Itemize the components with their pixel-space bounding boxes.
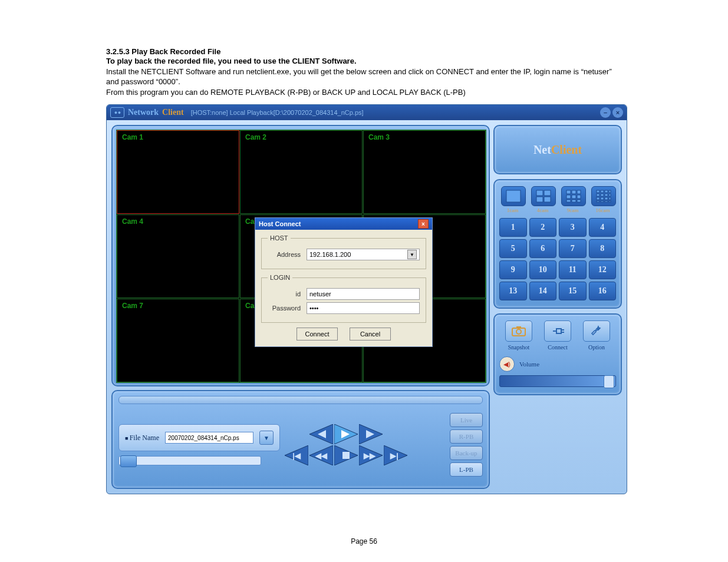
timeline-bar[interactable] <box>118 396 483 404</box>
plug-icon <box>550 325 565 337</box>
playback-panel: File Name ▼ <box>111 390 490 489</box>
view-4cam-button[interactable] <box>531 186 556 206</box>
mode-live-button[interactable]: Live <box>450 413 483 427</box>
snapshot-label: Snapshot <box>502 344 536 351</box>
view-9cam-label: 9cam <box>561 207 585 213</box>
channel-2-button[interactable]: 2 <box>529 218 557 237</box>
option-label: Option <box>579 344 614 351</box>
titlebar: ● ● Network Client [HOST:none] Local Pla… <box>107 105 627 120</box>
option-button[interactable] <box>583 320 610 342</box>
view-9cam-button[interactable] <box>561 186 586 206</box>
channel-14-button[interactable]: 14 <box>529 282 557 300</box>
cam-cell-7[interactable]: Cam 7 <box>117 299 239 382</box>
channel-5-button[interactable]: 5 <box>499 239 527 258</box>
cam-cell-4[interactable]: Cam 4 <box>117 214 239 298</box>
view-16cam-button[interactable] <box>591 186 616 206</box>
address-combo[interactable]: 192.168.1.200 ▼ <box>307 249 420 260</box>
rewind-button[interactable]: ◀◀ <box>309 445 333 465</box>
address-label: Address <box>268 251 301 258</box>
connect-label: Connect <box>541 344 575 351</box>
svg-rect-16 <box>506 190 521 202</box>
channel-1-button[interactable]: 1 <box>499 218 527 237</box>
id-input[interactable] <box>307 288 420 300</box>
view-panel: 1cam 4cam 9cam <box>493 179 622 309</box>
camera-grid: Cam 1 Cam 2 Cam 3 Cam 4 Ca Cam 7 Ca Hos <box>116 130 486 383</box>
channel-3-button[interactable]: 3 <box>559 218 587 237</box>
channel-16-button[interactable]: 16 <box>589 282 617 300</box>
svg-rect-38 <box>597 197 599 200</box>
stop-button[interactable] <box>334 445 358 465</box>
channel-8-button[interactable]: 8 <box>589 239 617 258</box>
svg-rect-25 <box>572 195 576 199</box>
channel-10-button[interactable]: 10 <box>529 260 557 279</box>
channel-4-button[interactable]: 4 <box>589 218 617 237</box>
cancel-button[interactable]: Cancel <box>350 328 391 340</box>
fast-forward-button[interactable]: ▶▶ <box>359 445 383 465</box>
svg-rect-43 <box>601 201 604 202</box>
svg-rect-40 <box>605 197 608 200</box>
svg-rect-24 <box>566 195 571 199</box>
mode-rpb-button[interactable]: R-PB <box>450 429 483 444</box>
brand-panel: Net Client <box>493 125 622 174</box>
cam-cell-3[interactable]: Cam 3 <box>363 130 486 214</box>
minimize-button[interactable]: – <box>600 107 611 118</box>
channel-13-button[interactable]: 13 <box>499 282 527 300</box>
channel-12-button[interactable]: 12 <box>589 260 617 279</box>
view-4cam-label: 4cam <box>531 207 555 213</box>
svg-rect-18 <box>544 190 551 196</box>
channel-11-button[interactable]: 11 <box>559 260 587 279</box>
svg-rect-42 <box>597 201 599 202</box>
snapshot-button[interactable] <box>505 320 532 342</box>
connect-tool-button[interactable] <box>544 320 571 342</box>
password-input[interactable] <box>307 302 420 314</box>
cam-cell-2[interactable]: Cam 2 <box>240 130 363 214</box>
file-name-input[interactable] <box>165 432 253 444</box>
volume-slider[interactable] <box>499 375 616 387</box>
channel-9-button[interactable]: 9 <box>499 260 527 279</box>
channel-6-button[interactable]: 6 <box>529 239 557 258</box>
camera-grid-panel: Cam 1 Cam 2 Cam 3 Cam 4 Ca Cam 7 Ca Hos <box>111 125 490 386</box>
step-forward-button[interactable] <box>359 424 383 444</box>
host-connect-dialog: Host Connect × HOST Address 192.168.1 <box>255 217 433 347</box>
connect-button[interactable]: Connect <box>297 328 338 340</box>
svg-rect-11 <box>342 452 350 459</box>
view-1cam-button[interactable] <box>501 186 526 206</box>
channel-15-button[interactable]: 15 <box>559 282 587 300</box>
host-fieldset: HOST Address 192.168.1.200 ▼ <box>261 234 426 269</box>
seek-thumb[interactable] <box>120 455 137 467</box>
titlebar-path: [HOST:none] Local Playback[D:\20070202_0… <box>191 109 364 116</box>
svg-rect-33 <box>609 190 611 193</box>
skip-end-button[interactable]: ▶| <box>384 445 407 465</box>
step-back-button[interactable] <box>309 424 333 444</box>
page-number: Page 56 <box>0 537 728 546</box>
speaker-icon[interactable]: ◀) <box>499 356 515 372</box>
play-button[interactable] <box>334 424 358 444</box>
file-dropdown-button[interactable]: ▼ <box>259 431 274 445</box>
volume-label: Volume <box>519 361 539 368</box>
channel-number-grid: 1 2 3 4 5 6 7 8 9 10 11 12 13 14 <box>499 218 616 300</box>
cam-cell-1[interactable]: Cam 1 <box>117 130 239 214</box>
wrench-icon <box>590 325 603 338</box>
close-button[interactable]: × <box>612 107 623 118</box>
brand-client: Client <box>551 143 582 157</box>
channel-7-button[interactable]: 7 <box>559 239 587 258</box>
seek-slider[interactable] <box>118 456 261 465</box>
svg-rect-34 <box>597 194 599 196</box>
instruction-line-2: From this program you can do REMOTE PLAY… <box>106 87 622 98</box>
address-value: 192.168.1.200 <box>309 251 351 258</box>
mode-lpb-button[interactable]: L-PB <box>450 462 483 477</box>
app-window: ● ● Network Client [HOST:none] Local Pla… <box>106 104 627 494</box>
chevron-down-icon[interactable]: ▼ <box>407 250 417 259</box>
mode-backup-button[interactable]: Back-up <box>450 446 483 460</box>
skip-start-button[interactable]: |◀ <box>285 445 308 465</box>
svg-rect-41 <box>609 197 611 200</box>
view-16cam-label: 16cam <box>591 207 615 213</box>
svg-rect-37 <box>609 194 611 196</box>
svg-rect-19 <box>536 197 543 202</box>
volume-thumb[interactable] <box>604 375 614 388</box>
svg-text:◀◀: ◀◀ <box>315 451 328 460</box>
svg-rect-22 <box>572 190 576 194</box>
titlebar-text-network: Network <box>128 108 159 117</box>
svg-rect-29 <box>577 200 581 202</box>
dialog-close-button[interactable]: × <box>418 219 429 229</box>
